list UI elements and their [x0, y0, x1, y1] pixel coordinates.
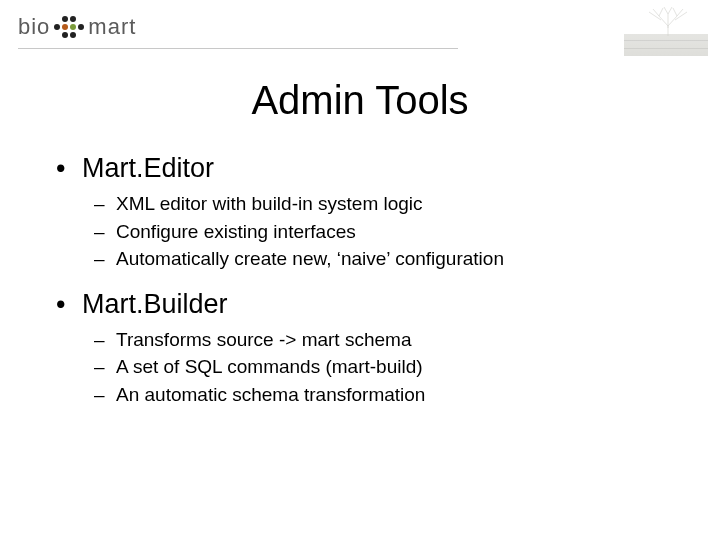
slide-title: Admin Tools	[0, 78, 720, 123]
sub-bullet: Transforms source -> mart schema	[50, 326, 680, 354]
bullet-heading: Mart.Editor	[50, 153, 680, 184]
svg-line-1	[659, 16, 668, 26]
sub-bullet: Automatically create new, ‘naive’ config…	[50, 245, 680, 273]
logo-text-mart: mart	[88, 14, 136, 39]
svg-line-6	[673, 8, 677, 16]
sub-bullet: XML editor with build-in system logic	[50, 190, 680, 218]
decorative-image	[622, 4, 712, 59]
biomart-logo: biomart	[18, 14, 136, 42]
sub-bullet: Configure existing interfaces	[50, 218, 680, 246]
svg-line-2	[668, 16, 677, 26]
svg-line-4	[659, 8, 663, 16]
logo-text-bio: bio	[18, 14, 50, 39]
slide-content: Mart.Editor XML editor with build-in sys…	[0, 153, 720, 408]
bullet-heading: Mart.Builder	[50, 289, 680, 320]
svg-line-8	[664, 7, 668, 14]
slide-header: biomart	[0, 0, 720, 60]
sub-bullet: A set of SQL commands (mart-build)	[50, 353, 680, 381]
tree-icon	[641, 6, 696, 36]
logo-dot-grid-icon	[53, 15, 85, 39]
svg-line-9	[668, 7, 672, 14]
header-underline	[18, 48, 458, 49]
sub-bullet: An automatic schema transformation	[50, 381, 680, 409]
building-icon	[624, 34, 708, 56]
